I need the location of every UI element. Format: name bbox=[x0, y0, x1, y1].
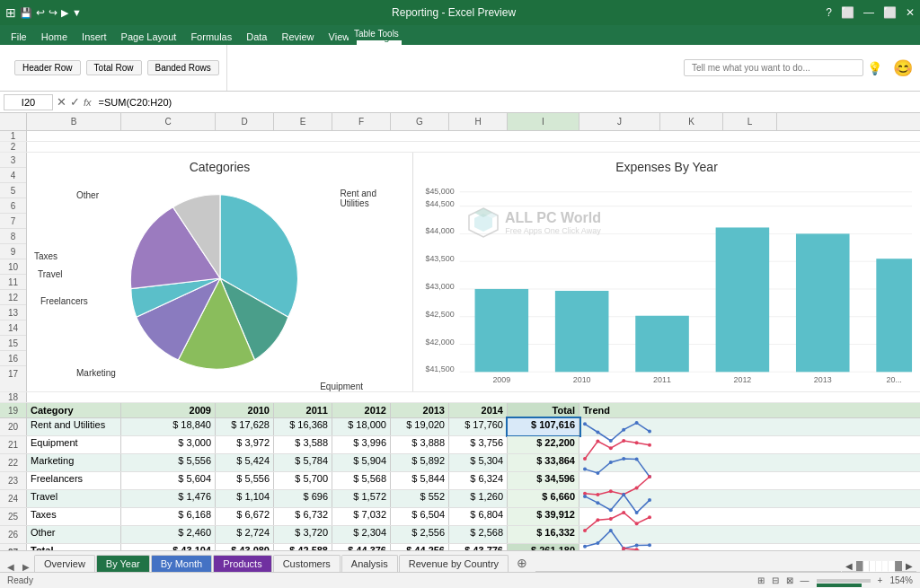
cell-2013[interactable]: $ 19,020 bbox=[391, 418, 449, 435]
tab-by-month[interactable]: By Month bbox=[151, 555, 212, 572]
col-header-c[interactable]: C bbox=[121, 113, 216, 130]
cell-2011[interactable]: $ 5,700 bbox=[274, 472, 332, 489]
tab-home[interactable]: Home bbox=[34, 29, 75, 45]
cell-2013[interactable]: $ 44,256 bbox=[391, 544, 449, 550]
cell-2011[interactable]: $ 696 bbox=[274, 490, 332, 507]
cell-2009[interactable]: $ 5,604 bbox=[121, 472, 216, 489]
cell-category[interactable]: Freelancers bbox=[27, 472, 121, 489]
tab-file[interactable]: File bbox=[4, 29, 34, 45]
tab-revenue-by-country[interactable]: Revenue by Country bbox=[399, 555, 509, 572]
cell-2012[interactable]: $ 2,304 bbox=[332, 526, 391, 543]
customize-icon[interactable]: ▼ bbox=[72, 7, 82, 18]
cell-category[interactable]: Travel bbox=[27, 490, 121, 507]
cell-2011[interactable]: $ 6,732 bbox=[274, 508, 332, 525]
macro-icon[interactable]: ▶ bbox=[61, 7, 68, 19]
ribbon-search-input[interactable] bbox=[684, 59, 863, 76]
cell-2012[interactable]: $ 5,904 bbox=[332, 454, 391, 471]
cell-2013[interactable]: $ 552 bbox=[391, 490, 449, 507]
cell-category[interactable]: Equipment bbox=[27, 436, 121, 453]
ribbon-collapse-btn[interactable]: ⬜ bbox=[841, 6, 854, 19]
cell-total[interactable]: $ 107,616 bbox=[508, 418, 579, 435]
cell-2011[interactable]: $ 42,588 bbox=[274, 544, 332, 550]
cell-2011[interactable]: $ 16,368 bbox=[274, 418, 332, 435]
maximize-btn[interactable]: ⬜ bbox=[883, 6, 897, 19]
col-header-e[interactable]: E bbox=[274, 113, 332, 130]
cell-total[interactable]: $ 22,200 bbox=[508, 436, 579, 453]
tab-by-year[interactable]: By Year bbox=[96, 555, 150, 572]
cell-total[interactable]: $ 6,660 bbox=[508, 490, 579, 507]
cell-2010[interactable]: $ 17,628 bbox=[216, 418, 274, 435]
cell-2014[interactable]: $ 1,260 bbox=[449, 490, 508, 507]
close-btn[interactable]: ✕ bbox=[906, 6, 915, 19]
cell-2010[interactable]: $ 5,424 bbox=[216, 454, 274, 471]
cell-total[interactable]: $ 33,864 bbox=[508, 454, 579, 471]
view-normal-icon[interactable]: ⊞ bbox=[757, 575, 765, 585]
cancel-formula-icon[interactable]: ✕ bbox=[57, 95, 66, 109]
col-header-b[interactable]: B bbox=[27, 113, 121, 130]
redo-icon[interactable]: ↪ bbox=[49, 6, 58, 19]
help-btn[interactable]: ? bbox=[826, 6, 832, 19]
cell-2010[interactable]: $ 6,672 bbox=[216, 508, 274, 525]
header-styles-btn[interactable]: Header Row bbox=[14, 60, 81, 75]
scroll-right-icon[interactable]: ▶ bbox=[19, 562, 33, 572]
tab-customers[interactable]: Customers bbox=[273, 555, 341, 572]
cell-2009[interactable]: $ 5,556 bbox=[121, 454, 216, 471]
cell-2011[interactable]: $ 5,784 bbox=[274, 454, 332, 471]
cell-category[interactable]: Taxes bbox=[27, 508, 121, 525]
tab-page-layout[interactable]: Page Layout bbox=[114, 29, 184, 45]
cell-2010[interactable]: $ 2,724 bbox=[216, 526, 274, 543]
tab-overview[interactable]: Overview bbox=[34, 555, 95, 572]
cell-2010[interactable]: $ 3,972 bbox=[216, 436, 274, 453]
cell-2009[interactable]: $ 1,476 bbox=[121, 490, 216, 507]
view-layout-icon[interactable]: ⊟ bbox=[772, 575, 779, 585]
cell-2012[interactable]: $ 1,572 bbox=[332, 490, 391, 507]
save-icon[interactable]: 💾 bbox=[20, 7, 32, 19]
cell-category[interactable]: Rent and Utilities bbox=[27, 418, 121, 435]
cell-2009[interactable]: $ 3,000 bbox=[121, 436, 216, 453]
cell-2012[interactable]: $ 44,376 bbox=[332, 544, 391, 550]
add-sheet-btn[interactable]: ⊕ bbox=[509, 554, 535, 572]
cell-2014[interactable]: $ 2,568 bbox=[449, 526, 508, 543]
cell-reference-box[interactable] bbox=[4, 94, 53, 110]
cell-2013[interactable]: $ 5,892 bbox=[391, 454, 449, 471]
cell-2013[interactable]: $ 5,844 bbox=[391, 472, 449, 489]
cell-2012[interactable]: $ 3,996 bbox=[332, 436, 391, 453]
cell-2009[interactable]: $ 2,460 bbox=[121, 526, 216, 543]
col-header-l[interactable]: L bbox=[723, 113, 777, 130]
zoom-slider[interactable] bbox=[817, 579, 871, 583]
formula-input[interactable] bbox=[95, 95, 916, 110]
tab-data[interactable]: Data bbox=[239, 29, 274, 45]
scroll-left-icon[interactable]: ◀ bbox=[4, 562, 18, 572]
cell-2012[interactable]: $ 18,000 bbox=[332, 418, 391, 435]
cell-total[interactable]: $ 39,912 bbox=[508, 508, 579, 525]
cell-2012[interactable]: $ 5,568 bbox=[332, 472, 391, 489]
tab-formulas[interactable]: Formulas bbox=[183, 29, 239, 45]
cell-2014[interactable]: $ 6,324 bbox=[449, 472, 508, 489]
tab-products[interactable]: Products bbox=[213, 555, 271, 572]
cell-2013[interactable]: $ 2,556 bbox=[391, 526, 449, 543]
cell-total[interactable]: $ 34,596 bbox=[508, 472, 579, 489]
cell-2011[interactable]: $ 3,588 bbox=[274, 436, 332, 453]
cell-2014[interactable]: $ 17,760 bbox=[449, 418, 508, 435]
col-header-f[interactable]: F bbox=[332, 113, 391, 130]
col-header-g[interactable]: G bbox=[391, 113, 449, 130]
cell-2009[interactable]: $ 6,168 bbox=[121, 508, 216, 525]
col-header-k[interactable]: K bbox=[660, 113, 723, 130]
cell-2013[interactable]: $ 3,888 bbox=[391, 436, 449, 453]
cell-2012[interactable]: $ 7,032 bbox=[332, 508, 391, 525]
col-header-h[interactable]: H bbox=[449, 113, 508, 130]
col-header-i[interactable]: I bbox=[508, 113, 579, 130]
cell-2009[interactable]: $ 43,104 bbox=[121, 544, 216, 550]
tab-analysis[interactable]: Analysis bbox=[341, 555, 398, 572]
undo-icon[interactable]: ↩ bbox=[36, 6, 45, 19]
cell-total[interactable]: $ 261,180 bbox=[508, 544, 579, 550]
col-header-d[interactable]: D bbox=[216, 113, 274, 130]
confirm-formula-icon[interactable]: ✓ bbox=[70, 95, 80, 109]
zoom-out-icon[interactable]: — bbox=[801, 575, 809, 585]
cell-category[interactable]: Other bbox=[27, 526, 121, 543]
view-page-break-icon[interactable]: ⊠ bbox=[786, 575, 793, 585]
minimize-btn[interactable]: — bbox=[863, 6, 874, 19]
cell-category[interactable]: Marketing bbox=[27, 454, 121, 471]
tab-review[interactable]: Review bbox=[274, 29, 321, 45]
banded-rows-btn[interactable]: Banded Rows bbox=[147, 60, 219, 75]
